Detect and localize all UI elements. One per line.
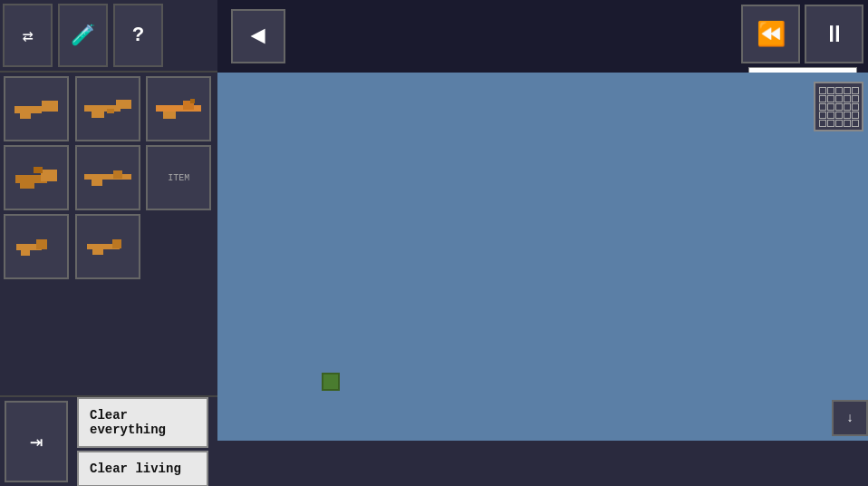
rewind-button[interactable]: ⏪ [741,5,800,63]
exit-icon: ⇥ [30,429,43,455]
weapon-grid: ITEM [0,73,217,283]
weapon-slot-7[interactable] [4,214,69,279]
svg-rect-5 [92,112,104,118]
smg-icon [84,100,131,118]
character-button[interactable]: 🧪 [58,4,108,67]
green-square-entity [322,373,340,391]
weapon-slot-8[interactable] [75,214,140,279]
game-area[interactable] [217,73,868,441]
svg-rect-0 [14,106,42,113]
pause-button[interactable]: ⏸ [805,5,863,63]
bottom-left-panel: ⇥ Clear everything Clear living [0,395,217,486]
clear-everything-button[interactable]: Clear everything [77,397,208,448]
help-icon: ? [132,24,144,47]
rewind-icon: ⏪ [757,20,786,49]
sniper-icon [84,170,131,186]
weapon-slot-6[interactable]: ITEM [146,145,211,210]
left-panel: ⇄ 🧪 ? [0,0,217,486]
top-toolbar: ⇄ 🧪 ? [0,0,217,73]
svg-rect-7 [156,105,201,112]
top-right-controls: ⏪ ⏸ [741,5,863,78]
svg-rect-13 [20,183,34,189]
rifle-icon [156,99,201,119]
svg-rect-20 [21,250,30,256]
svg-rect-3 [84,105,121,112]
svg-rect-15 [84,174,131,180]
swap-icon: ⇄ [22,24,33,47]
down-icon: ↓ [846,411,854,425]
grid-toggle-button[interactable] [814,82,863,131]
pistol-icon [14,99,58,119]
svg-rect-1 [42,101,58,112]
svg-rect-10 [190,99,195,103]
svg-rect-19 [36,239,47,249]
svg-rect-16 [113,170,122,179]
svg-rect-22 [112,239,121,248]
heavy-icon [15,167,57,189]
clear-living-button[interactable]: Clear living [77,451,208,487]
weapon-slot-4[interactable] [4,145,69,210]
svg-rect-17 [92,180,102,186]
exit-button[interactable]: ⇥ [5,401,68,482]
text-weapon-label: ITEM [168,173,189,183]
clear-menu: Clear everything Clear living [77,397,208,487]
bottom-bar: ↓ [217,441,868,486]
help-button[interactable]: ? [113,4,163,67]
svg-rect-12 [41,170,57,181]
grid-icon [819,87,859,127]
speed-controls: ⏪ ⏸ [741,5,863,78]
svg-rect-23 [92,249,103,255]
back-icon: ◄ [251,23,266,51]
small-weapon-1-icon [16,238,56,256]
swap-button[interactable]: ⇄ [3,4,53,67]
weapon-slot-5[interactable] [75,145,140,210]
weapon-slot-2[interactable] [75,76,140,141]
svg-rect-6 [107,109,114,113]
small-weapon-2-icon [87,238,129,255]
weapon-slot-3[interactable] [146,76,211,141]
svg-rect-2 [20,113,31,119]
weapon-slot-1[interactable] [4,76,69,141]
svg-rect-4 [116,100,131,109]
pause-icon: ⏸ [823,20,846,49]
character-icon: 🧪 [71,24,95,48]
svg-rect-9 [163,112,176,119]
bottom-right-icon-button[interactable]: ↓ [832,400,868,436]
back-button[interactable]: ◄ [231,9,285,63]
svg-rect-14 [34,167,43,173]
